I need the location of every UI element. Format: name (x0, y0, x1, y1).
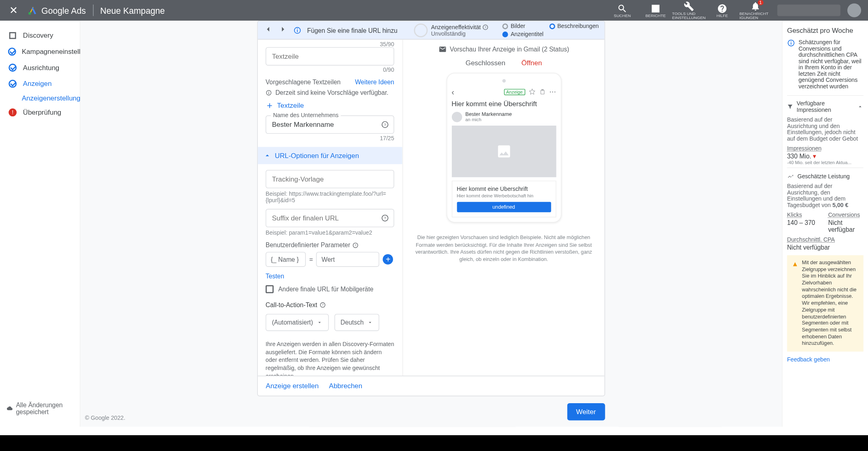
card-footer: Anzeige erstellen Abbrechen (258, 376, 604, 396)
svg-rect-19 (791, 41, 792, 42)
tracking-template-input[interactable] (272, 175, 388, 183)
business-name-input[interactable] (272, 120, 388, 128)
cloud-icon (7, 404, 13, 413)
svg-point-0 (28, 12, 31, 15)
tracking-template-input-wrap[interactable] (266, 170, 394, 188)
svg-rect-7 (269, 92, 269, 94)
char-count: 17/25 (266, 135, 394, 141)
svg-text:?: ? (384, 122, 387, 126)
chevron-up-icon (857, 103, 864, 110)
textline-input-wrap[interactable] (266, 47, 394, 65)
info-icon (293, 26, 301, 34)
nav-ads[interactable]: Anzeigen (0, 76, 80, 92)
mail-icon (438, 45, 447, 53)
custom-param-label: Benutzerdefinierter Parameter (266, 242, 350, 248)
add-textline-button[interactable]: Textzeile (266, 102, 394, 110)
pill-descriptions: Beschreibungen (549, 23, 599, 30)
left-nav: Discovery Kampagneneinstellungen Ausrich… (0, 21, 80, 427)
help-icon[interactable]: ? (381, 120, 389, 128)
effectiveness-label: Anzeigeneffektivität (431, 24, 481, 30)
svg-text:?: ? (355, 243, 357, 247)
card-header: Fügen Sie eine finale URL hinzu Anzeigen… (258, 21, 604, 39)
preview-disclaimer: Die hier gezeigten Vorschauen sind ledig… (412, 234, 596, 263)
textline-input[interactable] (272, 52, 388, 60)
language-dropdown[interactable]: Deutsch (334, 314, 379, 331)
url-suffix-input-wrap[interactable]: ? (266, 209, 394, 227)
impressions-value: 330 Mio. (787, 152, 813, 159)
nav-review[interactable]: Überprüfung (0, 105, 80, 121)
add-param-button[interactable]: + (383, 254, 393, 264)
nav-discovery[interactable]: Discovery (0, 28, 80, 44)
pill-images: Bilder (503, 23, 544, 30)
back-icon[interactable]: ‹ (451, 87, 454, 96)
impressions-label: Impressionen (787, 145, 821, 152)
wrench-icon (684, 1, 694, 11)
sender-avatar (451, 111, 462, 122)
format-note: Ihre Anzeigen werden in allen Discovery-… (266, 340, 394, 376)
help-icon[interactable]: ? (320, 301, 326, 308)
nav-ad-creation[interactable]: Anzeigenerstellung (0, 94, 80, 102)
warning-icon: ▲ (792, 260, 799, 347)
conversions-value: Nicht verfügbar (828, 219, 864, 233)
avatar[interactable] (847, 3, 861, 17)
topbar-tools[interactable]: TOOLS UND EINSTELLUNGEN (673, 1, 705, 19)
more-icon[interactable]: ⋯ (549, 88, 556, 96)
phone-speaker (502, 79, 505, 82)
divider (93, 4, 93, 16)
business-name-input-wrap[interactable]: Name des Unternehmens ? (266, 115, 394, 133)
cta-section-title: Call-to-Action-Text? (266, 301, 394, 308)
create-ad-button[interactable]: Anzeige erstellen (266, 382, 318, 390)
impressions-section[interactable]: Verfügbare Impressionen (787, 100, 863, 113)
chevron-right-icon (278, 25, 288, 34)
panel-title: Geschätzt pro Woche (787, 26, 863, 34)
help-icon[interactable]: ? (381, 214, 389, 222)
mobile-url-checkbox-row[interactable]: Andere finale URL für Mobilgeräte (266, 285, 394, 293)
star-icon[interactable] (529, 88, 535, 95)
topbar-notifications[interactable]: 1BENACHRICHT IGUNGEN (739, 1, 771, 19)
topbar-help[interactable]: HILFE (706, 3, 738, 17)
param-value-input[interactable]: Wert (316, 252, 380, 267)
next-button[interactable] (278, 25, 288, 36)
topbar-search[interactable]: SUCHEN (606, 3, 638, 17)
svg-rect-3 (297, 28, 298, 29)
nav-targeting[interactable]: Ausrichtung (0, 60, 80, 76)
info-icon (266, 89, 272, 96)
suffix-example: Beispiel: param1=value1&param2=value2 (266, 229, 394, 236)
help-icon[interactable]: ? (483, 24, 489, 30)
account-selector[interactable] (777, 4, 840, 16)
cpa-value: Nicht verfügbar (787, 244, 863, 251)
main-area: Fügen Sie eine finale URL hinzu Anzeigen… (80, 21, 782, 427)
performance-section[interactable]: Geschätzte Leistung (787, 173, 863, 180)
tab-closed[interactable]: Geschlossen (466, 59, 505, 67)
cancel-button[interactable]: Abbrechen (329, 382, 362, 390)
trash-icon[interactable] (539, 88, 546, 95)
estimates-note: Schätzungen für Conversions und durchsch… (799, 39, 864, 90)
param-name-input[interactable]: {_ Name } (266, 252, 306, 267)
char-count: 35/90 (266, 41, 394, 47)
save-status: Alle Änderungen gespeichert (0, 397, 80, 420)
nav-campaign-settings[interactable]: Kampagneneinstellungen (0, 44, 80, 60)
feedback-link[interactable]: Feedback geben (787, 356, 863, 363)
search-icon (617, 3, 627, 13)
cta-dropdown[interactable]: (Automatisiert) (266, 314, 329, 331)
url-options-toggle[interactable]: URL-Optionen für Anzeigen (258, 147, 402, 164)
svg-text:?: ? (384, 216, 387, 220)
conversions-label: Conversions (828, 212, 864, 218)
product-logo[interactable]: Google Ads (28, 5, 86, 15)
page-title: Neue Kampagne (100, 5, 165, 15)
continue-button[interactable]: Weiter (567, 403, 605, 420)
url-suffix-input[interactable] (272, 214, 388, 222)
sender-name: Bester Markenname (465, 111, 512, 117)
help-icon[interactable]: ? (353, 242, 359, 248)
close-icon[interactable]: ✕ (7, 4, 21, 17)
prev-button[interactable] (264, 25, 273, 36)
chevron-down-icon (317, 319, 322, 325)
preview-panel: Vorschau Ihrer Anzeige in Gmail (2 Statu… (402, 40, 604, 376)
business-name-label: Name des Unternehmens (271, 112, 341, 118)
topbar-reports[interactable]: BERICHTE (640, 3, 672, 17)
tab-open[interactable]: Öffnen (522, 59, 542, 67)
test-link[interactable]: Testen (266, 272, 394, 279)
card-cta[interactable]: undefined (457, 202, 551, 212)
letterbox (0, 435, 868, 451)
more-ideas-link[interactable]: Weitere Ideen (355, 79, 395, 85)
